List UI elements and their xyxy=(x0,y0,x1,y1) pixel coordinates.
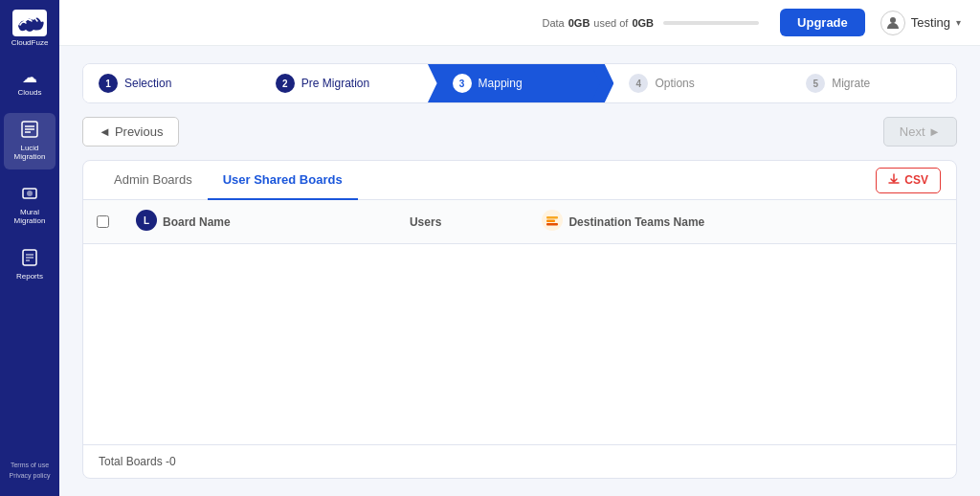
stepper: 1 Selection 2 Pre Migration 3 Mapping 4 … xyxy=(82,63,957,103)
storage-label: Data xyxy=(542,17,564,29)
user-menu-chevron-icon: ▾ xyxy=(956,17,961,28)
previous-chevron-icon: ◄ xyxy=(99,124,111,139)
svg-point-10 xyxy=(890,17,896,23)
sidebar-logo-label: CloudFuze xyxy=(11,38,49,47)
sidebar-footer: Terms of use Privacy policy xyxy=(10,462,51,486)
main-content: Data 0GB used of 0GB Upgrade Testing ▾ 1… xyxy=(59,0,980,496)
sidebar-item-reports[interactable]: Reports xyxy=(4,241,56,289)
upgrade-button[interactable]: Upgrade xyxy=(780,9,865,36)
table-header-checkbox xyxy=(83,200,122,244)
table-header-board-name: L Board Name xyxy=(122,200,396,244)
table-card: Admin Boards User Shared Boards CSV xyxy=(82,160,957,479)
total-boards-label: Total Boards -0 xyxy=(99,455,176,468)
table-header-row: L Board Name Users xyxy=(83,200,956,244)
svg-rect-16 xyxy=(546,223,558,226)
step-selection-label: Selection xyxy=(124,77,171,90)
svg-rect-15 xyxy=(546,220,555,223)
clouds-icon: ☁ xyxy=(22,70,37,85)
cloudfuze-logo-icon xyxy=(12,10,47,36)
step-options: 4 Options xyxy=(602,64,779,102)
storage-bar xyxy=(663,21,759,25)
svg-point-5 xyxy=(27,191,33,196)
step-selection-number: 1 xyxy=(99,74,118,93)
step-options-number: 4 xyxy=(629,74,648,93)
svg-rect-14 xyxy=(546,216,558,219)
page-body: 1 Selection 2 Pre Migration 3 Mapping 4 … xyxy=(59,46,980,496)
sidebar-item-clouds[interactable]: ☁ Clouds xyxy=(4,62,56,105)
next-button: Next ► xyxy=(883,117,957,147)
privacy-policy-link[interactable]: Privacy policy xyxy=(10,472,51,479)
storage-separator: used of xyxy=(593,17,628,29)
mural-dest-icon xyxy=(542,210,563,234)
boards-table: L Board Name Users xyxy=(83,200,956,244)
step-selection: 1 Selection xyxy=(83,64,249,102)
tab-admin-boards[interactable]: Admin Boards xyxy=(99,161,208,200)
step-mapping-number: 3 xyxy=(453,74,472,93)
table-header-destination: Destination Teams Name xyxy=(528,200,956,244)
sidebar-item-lucid-migration[interactable]: Lucid Migration xyxy=(4,113,56,169)
user-avatar-icon xyxy=(880,11,905,35)
next-label: Next ► xyxy=(900,124,941,139)
topbar: Data 0GB used of 0GB Upgrade Testing ▾ xyxy=(59,0,980,46)
step-migrate-number: 5 xyxy=(806,74,825,93)
sidebar: CloudFuze ☁ Clouds Lucid Migration Mural… xyxy=(0,0,59,496)
storage-used: 0GB xyxy=(568,17,590,29)
step-migrate-label: Migrate xyxy=(832,77,870,90)
storage-total: 0GB xyxy=(632,17,654,29)
lucid-source-icon: L xyxy=(136,210,157,234)
storage-info: Data 0GB used of 0GB xyxy=(542,17,765,29)
user-name: Testing xyxy=(911,15,950,30)
reports-icon xyxy=(22,249,37,269)
step-pre-migration-number: 2 xyxy=(276,74,295,93)
user-menu[interactable]: Testing ▾ xyxy=(880,11,961,35)
mural-migration-icon xyxy=(21,185,38,205)
sidebar-logo[interactable]: CloudFuze xyxy=(11,10,49,47)
csv-button[interactable]: CSV xyxy=(876,168,941,193)
svg-text:L: L xyxy=(144,215,149,226)
step-mapping-label: Mapping xyxy=(479,77,523,90)
toolbar-row: ◄ Previous Next ► xyxy=(82,117,957,147)
step-pre-migration: 2 Pre Migration xyxy=(249,64,426,102)
select-all-checkbox[interactable] xyxy=(97,215,109,228)
csv-label: CSV xyxy=(904,173,928,187)
tab-user-shared-boards[interactable]: User Shared Boards xyxy=(208,161,358,200)
step-migrate: 5 Migrate xyxy=(779,64,956,102)
step-mapping: 3 Mapping xyxy=(426,64,603,102)
lucid-migration-icon xyxy=(21,121,38,141)
tabs-row: Admin Boards User Shared Boards CSV xyxy=(83,161,956,200)
csv-upload-icon xyxy=(888,173,900,188)
step-pre-migration-label: Pre Migration xyxy=(301,77,369,90)
previous-button[interactable]: ◄ Previous xyxy=(82,117,179,147)
sidebar-item-mural-migration[interactable]: Mural Migration xyxy=(4,177,56,234)
previous-label: Previous xyxy=(115,124,164,139)
table-header-users: Users xyxy=(396,200,529,244)
terms-of-use-link[interactable]: Terms of use xyxy=(11,462,49,468)
tabs: Admin Boards User Shared Boards xyxy=(99,161,358,199)
table-footer: Total Boards -0 xyxy=(83,444,956,478)
step-options-label: Options xyxy=(655,77,694,90)
